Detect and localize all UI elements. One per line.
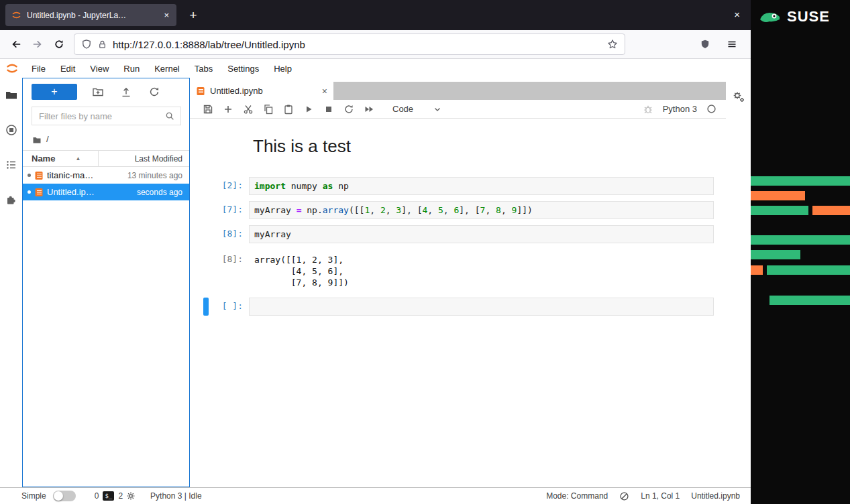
cell-collapser[interactable] <box>203 177 209 195</box>
brand-stripe <box>751 191 805 200</box>
extension-badge-button[interactable] <box>694 34 716 55</box>
cell-collapser[interactable] <box>203 133 209 171</box>
file-browser-panel: + <box>22 78 190 487</box>
forward-button[interactable] <box>27 34 48 55</box>
column-header-name[interactable]: Name ▲ <box>23 151 98 166</box>
breadcrumb[interactable]: / <box>23 129 189 150</box>
notebook-file-icon <box>196 86 205 96</box>
document-tab-bar: Untitled.ipynb × <box>190 82 726 100</box>
file-row-untitled[interactable]: Untitled.ip… seconds ago <box>23 184 189 200</box>
restart-kernel-button[interactable] <box>339 101 359 117</box>
brand-stripe <box>751 176 850 186</box>
reload-icon <box>54 39 64 50</box>
kernel-gear-icon[interactable] <box>126 491 136 501</box>
stop-icon <box>323 104 334 115</box>
browser-tab[interactable]: Untitled.ipynb - JupyterLa… × <box>5 4 176 26</box>
kernel-name[interactable]: Python 3 <box>663 104 697 114</box>
notebook-tab[interactable]: Untitled.ipynb × <box>190 82 333 100</box>
cut-cell-button[interactable] <box>238 101 258 117</box>
extensions-tab-icon[interactable] <box>5 193 18 206</box>
suse-chameleon-icon <box>759 9 782 25</box>
upload-button[interactable] <box>119 86 134 98</box>
menu-settings[interactable]: Settings <box>220 64 266 74</box>
brand-stripe <box>769 296 850 305</box>
menu-help[interactable]: Help <box>266 64 299 74</box>
simple-mode-toggle[interactable] <box>53 491 76 501</box>
restart-run-all-button[interactable] <box>359 101 379 117</box>
code-editor[interactable]: myArray = np.array([[1, 2, 3], [4, 5, 6]… <box>249 201 714 219</box>
bookmark-star-icon[interactable] <box>607 39 618 50</box>
new-launcher-button[interactable]: + <box>32 84 77 100</box>
home-folder-icon[interactable] <box>32 135 42 144</box>
kernel-status-text[interactable]: Python 3 | Idle <box>150 491 202 501</box>
output-collapser[interactable] <box>203 251 209 288</box>
terminals-count[interactable]: 0 <box>95 491 99 501</box>
cell-collapser[interactable] <box>203 201 209 219</box>
save-button[interactable] <box>198 101 218 117</box>
code-editor[interactable]: import numpy as np <box>249 177 714 195</box>
running-kernels-tab-icon[interactable] <box>5 123 18 137</box>
markdown-heading[interactable]: This is a test <box>249 135 714 158</box>
cell-prompt: [7]: <box>209 201 249 214</box>
interrupt-kernel-button[interactable] <box>319 101 339 117</box>
cursor-position[interactable]: Ln 1, Col 1 <box>641 491 680 501</box>
tab-close-icon[interactable]: × <box>162 10 170 20</box>
cell-prompt <box>209 133 249 137</box>
code-editor[interactable]: myArray <box>249 225 714 243</box>
markdown-cell[interactable]: This is a test <box>203 133 714 171</box>
jupyter-menu-bar: File Edit View Run Kernel Tabs Settings … <box>0 59 751 78</box>
close-tab-icon[interactable]: × <box>322 86 327 97</box>
refresh-files-button[interactable] <box>147 86 162 98</box>
new-folder-button[interactable] <box>91 86 105 98</box>
menu-kernel[interactable]: Kernel <box>147 64 187 74</box>
code-editor[interactable] <box>249 298 714 316</box>
forward-arrow-icon <box>32 39 43 50</box>
url-bar[interactable]: http://127.0.0.1:8888/lab/tree/Untitled.… <box>74 34 625 55</box>
window-close-button[interactable]: × <box>734 9 740 20</box>
new-tab-button[interactable]: + <box>184 8 202 23</box>
menu-button[interactable] <box>721 34 743 55</box>
kernel-idle-indicator-icon[interactable] <box>706 104 716 114</box>
debugger-bug-icon[interactable] <box>643 104 653 115</box>
notebook-file-icon <box>34 188 44 197</box>
file-filter-input[interactable] <box>38 111 165 122</box>
paste-cell-button[interactable] <box>278 101 299 117</box>
menu-view[interactable]: View <box>83 64 116 74</box>
code-cell-2[interactable]: [7]: myArray = np.array([[1, 2, 3], [4, … <box>203 201 714 219</box>
kernel-running-dot <box>28 190 31 194</box>
selected-cell-collapser[interactable] <box>203 298 209 316</box>
cell-collapser[interactable] <box>203 225 209 243</box>
code-cell-1[interactable]: [2]: import numpy as np <box>203 177 714 195</box>
empty-code-cell-selected[interactable]: [ ]: <box>203 298 714 316</box>
menu-edit[interactable]: Edit <box>53 64 83 74</box>
right-sidebar-strip <box>726 78 751 487</box>
file-browser-tab-icon[interactable] <box>5 88 18 102</box>
table-of-contents-tab-icon[interactable] <box>5 158 18 172</box>
file-row-titanic[interactable]: titanic-ma… 13 minutes ago <box>23 167 189 184</box>
cell-type-dropdown[interactable]: Code <box>386 102 448 117</box>
menu-file[interactable]: File <box>24 64 53 74</box>
notification-icon[interactable] <box>619 491 629 501</box>
terminal-icon[interactable]: $_ <box>103 491 114 501</box>
reload-button[interactable] <box>48 34 70 55</box>
copy-cell-button[interactable] <box>258 101 278 117</box>
kernels-count[interactable]: 2 <box>118 491 123 501</box>
cut-icon <box>243 104 254 115</box>
left-activity-bar <box>0 78 22 487</box>
output-area: [8]: array([[1, 2, 3], [4, 5, 6], [7, 8,… <box>203 251 714 288</box>
insert-cell-button[interactable] <box>218 101 238 117</box>
url-text[interactable]: http://127.0.0.1:8888/lab/tree/Untitled.… <box>113 39 305 50</box>
tracking-protection-shield-icon[interactable] <box>81 39 92 50</box>
back-button[interactable] <box>5 34 27 55</box>
property-inspector-gears-icon[interactable] <box>732 90 745 103</box>
breadcrumb-root[interactable]: / <box>46 134 49 144</box>
menu-tabs[interactable]: Tabs <box>187 64 220 74</box>
hamburger-icon <box>727 39 737 50</box>
status-bar: Simple 0 $_ 2 Python 3 | Idle Mode: Comm… <box>0 487 751 504</box>
column-header-modified[interactable]: Last Modified <box>98 151 189 166</box>
run-cell-button[interactable] <box>299 101 319 117</box>
menu-run[interactable]: Run <box>116 64 147 74</box>
connection-lock-icon[interactable] <box>97 40 107 50</box>
code-cell-3[interactable]: [8]: myArray <box>203 225 714 243</box>
file-list-header: Name ▲ Last Modified <box>23 150 189 167</box>
